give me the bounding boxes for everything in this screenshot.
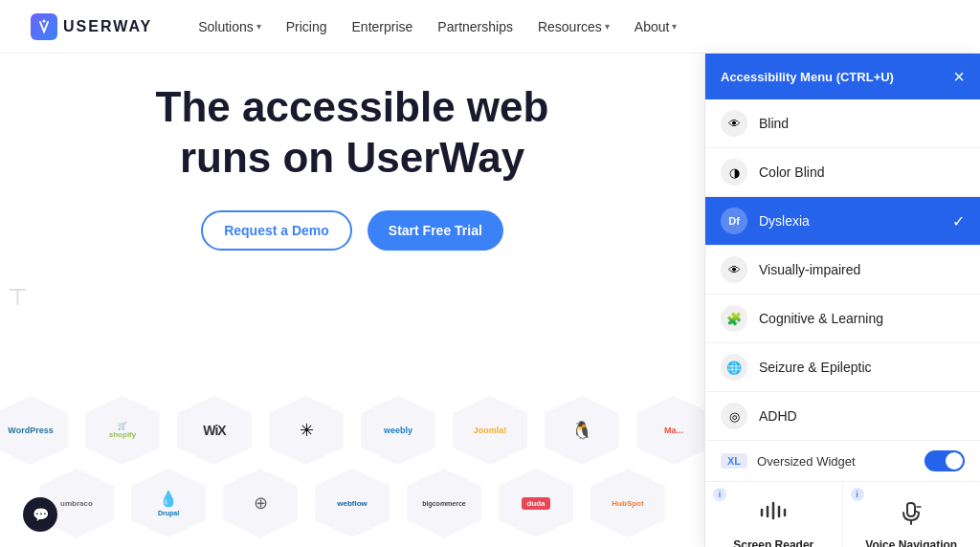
list-item: Ma... — [631, 396, 704, 465]
menu-item-blind[interactable]: 👁 Blind — [705, 99, 980, 148]
menu-item-adhd[interactable]: ◎ ADHD — [705, 392, 980, 441]
screen-reader-icon — [758, 495, 789, 533]
list-item: weebly — [355, 396, 441, 465]
voice-navigation-card[interactable]: i Voice Navigation — [843, 482, 981, 547]
list-item: bigcommerce — [401, 469, 487, 537]
list-item: ✳ — [263, 396, 349, 465]
cta-buttons: Request a Demo Start Free Trial — [201, 210, 503, 251]
userway-logo-icon — [36, 19, 52, 34]
hero-title: The accessible web runs on UserWay — [156, 82, 549, 184]
list-item: HubSpot — [585, 469, 671, 537]
logo[interactable]: USERWAY — [31, 13, 152, 40]
check-icon: ✓ — [952, 212, 965, 230]
cognitive-icon: 🧩 — [721, 305, 747, 332]
oversized-widget-toggle[interactable] — [924, 450, 965, 471]
cognitive-label: Cognitive & Learning — [759, 311, 883, 326]
start-free-trial-button[interactable]: Start Free Trial — [368, 210, 503, 251]
list-item: 🛒 shopify — [79, 396, 166, 465]
seizure-icon: 🌐 — [721, 354, 747, 381]
nav-item-partnerships[interactable]: Partnerships — [426, 13, 524, 40]
xl-badge: XL — [721, 453, 747, 469]
nav-item-enterprise[interactable]: Enterprise — [341, 13, 425, 40]
list-item: duda — [493, 469, 579, 537]
blind-label: Blind — [759, 116, 789, 131]
voice-navigation-icon — [896, 495, 926, 533]
logos-grid: WordPress 🛒 shopify WiX ✳ weebly Joomla! — [0, 396, 704, 537]
request-demo-button[interactable]: Request a Demo — [201, 210, 352, 251]
list-item: Joomla! — [447, 396, 533, 465]
voice-navigation-label: Voice Navigation — [865, 538, 957, 547]
list-item: 💧 Drupal — [125, 469, 212, 537]
panel-title: Accessibility Menu (CTRL+U) — [721, 70, 894, 84]
chevron-down-icon: ▾ — [672, 21, 677, 32]
accessibility-panel-header: Accessibility Menu (CTRL+U) × — [705, 54, 980, 99]
screen-reader-card[interactable]: i Screen Reader — [705, 482, 843, 547]
logo-icon — [31, 13, 57, 40]
navbar: USERWAY Solutions ▾ Pricing Enterprise P… — [0, 0, 980, 54]
oversized-widget-label: Oversized Widget — [757, 454, 915, 469]
blind-icon: 👁 — [721, 110, 747, 137]
color-blind-icon: ◑ — [721, 159, 747, 186]
close-button[interactable]: × — [953, 67, 965, 86]
main-content: ⊤ The accessible web runs on UserWay Req… — [0, 54, 704, 547]
list-item: WiX — [171, 396, 257, 465]
nav-item-solutions[interactable]: Solutions ▾ — [187, 13, 273, 40]
nav-links: Solutions ▾ Pricing Enterprise Partnersh… — [187, 13, 688, 40]
adhd-label: ADHD — [759, 408, 797, 424]
logos-row-2: umbraco 💧 Drupal ⊕ webflow bigcommerce d… — [33, 469, 671, 537]
chevron-down-icon: ▾ — [605, 21, 610, 32]
menu-item-seizure[interactable]: 🌐 Seizure & Epileptic — [705, 343, 980, 392]
info-badge: i — [713, 488, 726, 501]
list-item: WordPress — [0, 396, 74, 465]
tilt-icon: ⊤ — [8, 284, 28, 311]
logos-row-1: WordPress 🛒 shopify WiX ✳ weebly Joomla! — [0, 396, 704, 465]
dyslexia-label: Dyslexia — [759, 213, 941, 229]
visually-impaired-icon: 👁 — [721, 256, 747, 283]
accessibility-menu: 👁 Blind ◑ Color Blind Df Dyslexia ✓ 👁 Vi… — [705, 99, 980, 441]
menu-item-visually-impaired[interactable]: 👁 Visually-impaired — [705, 246, 980, 295]
list-item: 🐧 — [539, 396, 625, 465]
list-item: ⊕ — [217, 469, 303, 537]
oversized-widget-row: XL Oversized Widget — [705, 441, 980, 482]
chat-bubble[interactable]: 💬 — [23, 497, 57, 532]
info-badge: i — [851, 488, 864, 501]
chevron-down-icon: ▾ — [256, 21, 261, 32]
logo-text: USERWAY — [63, 18, 152, 35]
menu-item-color-blind[interactable]: ◑ Color Blind — [705, 148, 980, 197]
visually-impaired-label: Visually-impaired — [759, 262, 860, 277]
nav-item-about[interactable]: About ▾ — [623, 13, 689, 40]
menu-item-cognitive[interactable]: 🧩 Cognitive & Learning — [705, 295, 980, 343]
toggle-knob — [946, 452, 963, 470]
menu-item-dyslexia[interactable]: Df Dyslexia ✓ — [705, 197, 980, 246]
svg-point-0 — [43, 19, 46, 22]
feature-cards-grid: i Screen Reader i — [705, 482, 980, 547]
nav-item-pricing[interactable]: Pricing — [275, 13, 339, 40]
adhd-icon: ◎ — [721, 403, 747, 429]
accessibility-panel: Accessibility Menu (CTRL+U) × 👁 Blind ◑ … — [704, 54, 980, 547]
dyslexia-icon: Df — [721, 208, 747, 234]
nav-item-resources[interactable]: Resources ▾ — [526, 13, 621, 40]
list-item: webflow — [309, 469, 395, 537]
color-blind-label: Color Blind — [759, 164, 824, 180]
screen-reader-label: Screen Reader — [733, 538, 813, 547]
seizure-label: Seizure & Epileptic — [759, 360, 872, 375]
